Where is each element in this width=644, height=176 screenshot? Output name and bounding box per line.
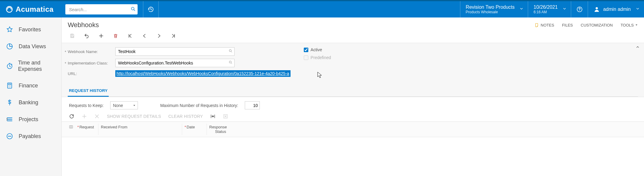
- active-checkbox-row[interactable]: Active: [304, 47, 331, 52]
- add-button[interactable]: [98, 33, 104, 39]
- page-title: Webhooks: [68, 21, 99, 29]
- clear-history-button[interactable]: CLEAR HISTORY: [168, 114, 203, 119]
- chevron-left-icon: [142, 33, 147, 39]
- business-time: 6:16 AM: [534, 10, 558, 14]
- sidebar-item-label: Payables: [19, 133, 41, 140]
- fit-columns-button[interactable]: [210, 114, 216, 119]
- stopwatch-icon: [6, 62, 13, 70]
- sidebar-item-projects[interactable]: Projects: [0, 111, 61, 128]
- search-input[interactable]: [65, 4, 138, 14]
- caret-down-icon: [133, 103, 136, 108]
- last-button[interactable]: [171, 33, 176, 39]
- sidebar-item-label: Favorites: [19, 27, 41, 33]
- sidebar: Favorites Data Views Time and Expenses F…: [0, 17, 62, 176]
- svg-point-10: [9, 86, 10, 86]
- tabs: REQUEST HISTORY: [68, 85, 638, 97]
- help-icon: [576, 6, 583, 13]
- help-button[interactable]: [571, 1, 588, 17]
- active-checkbox[interactable]: [304, 48, 308, 52]
- sidebar-item-label: Data Views: [19, 43, 46, 50]
- files-link[interactable]: FILES: [562, 23, 573, 27]
- col-received-from[interactable]: Received From: [98, 124, 182, 135]
- grid-delete-button[interactable]: [94, 114, 100, 119]
- sidebar-item-finance[interactable]: Finance: [0, 77, 61, 94]
- chevron-down-icon: [519, 7, 524, 12]
- sidebar-item-label: Projects: [19, 116, 38, 123]
- col-request[interactable]: *Request: [75, 124, 98, 135]
- user-name: admin admin: [603, 7, 631, 12]
- top-refresh-button[interactable]: [143, 1, 159, 17]
- svg-rect-23: [70, 126, 73, 128]
- webhook-name-input[interactable]: [115, 47, 235, 56]
- trash-icon: [113, 33, 118, 39]
- user-icon: [593, 6, 600, 13]
- sidebar-item-data-views[interactable]: Data Views: [0, 38, 61, 55]
- layers-icon: [6, 116, 14, 123]
- grid-toolbar: SHOW REQUEST DETAILS CLEAR HISTORY: [62, 112, 644, 121]
- calculator-icon: [6, 82, 14, 89]
- grid-header: *Request Received From *Date Response St…: [62, 121, 644, 137]
- form-area: Webhook Name: Implementation Class:: [62, 43, 644, 97]
- plus-icon: [98, 33, 104, 39]
- chevron-down-icon: [636, 7, 640, 12]
- titlebar: Webhooks NOTES FILES CUSTOMIZATION TOOLS: [62, 17, 644, 31]
- record-toolbar: [62, 31, 644, 43]
- collapse-button[interactable]: [636, 45, 640, 50]
- user-menu[interactable]: admin admin: [588, 1, 644, 17]
- svg-point-14: [10, 87, 11, 87]
- svg-point-18: [229, 49, 231, 52]
- main: Webhooks NOTES FILES CUSTOMIZATION TOOLS: [62, 17, 644, 176]
- tools-menu[interactable]: TOOLS: [621, 23, 638, 27]
- search-icon: [229, 60, 233, 64]
- grid-add-button[interactable]: [82, 114, 87, 119]
- prev-button[interactable]: [142, 33, 147, 39]
- star-icon: [6, 26, 14, 33]
- url-value[interactable]: http://localhost/WebHooks/Webhooks/WebHo…: [115, 70, 291, 77]
- chevron-right-icon: [156, 33, 162, 39]
- requests-to-keep-select[interactable]: None: [110, 101, 138, 109]
- business-date-selector[interactable]: 10/26/2021 6:16 AM: [528, 1, 571, 17]
- grid-config-button[interactable]: [69, 124, 75, 135]
- undo-button[interactable]: [84, 33, 89, 39]
- first-icon: [127, 33, 133, 39]
- active-label: Active: [311, 47, 322, 52]
- search-wrap: [65, 4, 138, 14]
- sidebar-item-payables[interactable]: Payables: [0, 128, 61, 145]
- svg-point-4: [579, 10, 580, 11]
- tab-request-history[interactable]: REQUEST HISTORY: [68, 85, 109, 96]
- sidebar-item-time-expenses[interactable]: Time and Expenses: [0, 55, 61, 77]
- columns-icon: [69, 125, 73, 129]
- svg-line-21: [231, 63, 232, 64]
- selector-button[interactable]: [229, 49, 233, 54]
- col-date[interactable]: *Date: [182, 124, 207, 135]
- svg-point-12: [8, 87, 9, 87]
- first-button[interactable]: [127, 33, 133, 39]
- undo-icon: [84, 33, 89, 39]
- next-button[interactable]: [156, 33, 162, 39]
- export-button[interactable]: [223, 114, 228, 119]
- svg-point-11: [10, 86, 11, 86]
- save-button[interactable]: [70, 33, 75, 39]
- customization-link[interactable]: CUSTOMIZATION: [581, 23, 613, 27]
- sidebar-item-favorites[interactable]: Favorites: [0, 21, 61, 38]
- col-response-status[interactable]: Response Status: [207, 124, 229, 135]
- export-icon: [223, 114, 228, 119]
- show-request-details-button[interactable]: SHOW REQUEST DETAILS: [107, 114, 161, 119]
- impl-class-input[interactable]: [115, 59, 235, 67]
- sidebar-item-banking[interactable]: Banking: [0, 94, 61, 111]
- note-icon: [534, 23, 539, 27]
- notes-link[interactable]: NOTES: [534, 23, 554, 27]
- sidebar-item-label: Time and Expenses: [18, 60, 57, 72]
- brand[interactable]: Acumatica: [0, 5, 62, 14]
- max-requests-input[interactable]: [245, 101, 260, 109]
- chevron-up-icon: [636, 45, 640, 49]
- grid-refresh-button[interactable]: [69, 114, 74, 119]
- tenant-selector[interactable]: Revision Two Products Products Wholesale: [460, 1, 528, 17]
- predefined-checkbox: [304, 55, 308, 60]
- predefined-checkbox-row: Predefined: [304, 55, 331, 60]
- requests-to-keep-label: Requests to Keep:: [69, 103, 104, 108]
- delete-button[interactable]: [113, 33, 118, 39]
- selector-button[interactable]: [229, 60, 233, 66]
- search-button[interactable]: [130, 6, 136, 13]
- impl-class-label: Implementation Class:: [68, 61, 115, 65]
